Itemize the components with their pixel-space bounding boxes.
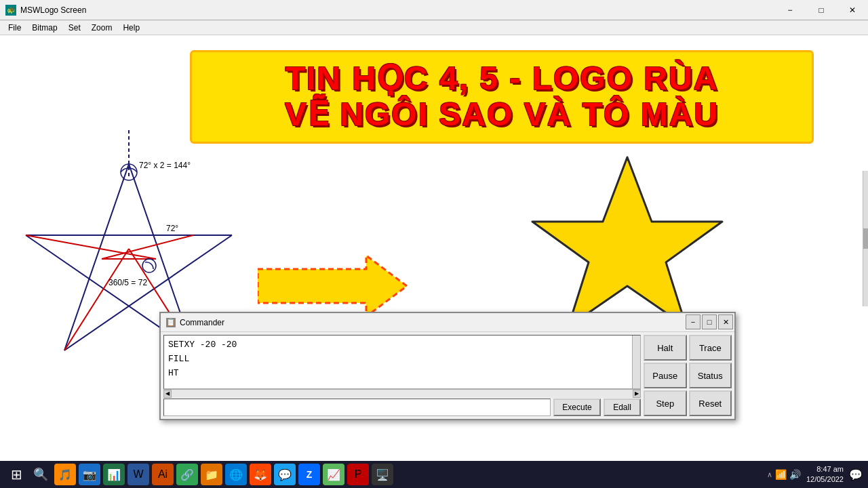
taskbar-app-2[interactable]: 📷 xyxy=(79,464,100,485)
search-button[interactable]: 🔍 xyxy=(30,464,52,485)
code-line-2: FILL xyxy=(168,352,636,367)
banner-line2: VẼ NGÔI SAO VÀ TÔ MÀU xyxy=(285,97,719,133)
app-icon: 🐢 xyxy=(5,5,16,16)
svg-marker-14 xyxy=(532,157,722,327)
menu-zoom[interactable]: Zoom xyxy=(86,22,118,34)
clock-date: 12/05/2022 xyxy=(806,474,844,485)
taskbar-app-6[interactable]: 🔗 xyxy=(176,464,198,485)
commander-body: SETXY -20 -20 FILL HT ◀ ▶ Execute Edall xyxy=(161,332,734,419)
commander-maximize-btn[interactable]: □ xyxy=(702,314,717,329)
window-controls: − □ ✕ xyxy=(774,0,868,20)
commander-close-btn[interactable]: ✕ xyxy=(718,314,733,329)
system-clock[interactable]: 8:47 am 12/05/2022 xyxy=(806,464,844,485)
network-icon[interactable]: 📶 xyxy=(775,469,787,480)
taskbar-app-8[interactable]: 🌐 xyxy=(225,464,247,485)
code-hscrollbar[interactable]: ◀ ▶ xyxy=(163,389,641,397)
svg-point-11 xyxy=(121,164,137,180)
menu-file[interactable]: File xyxy=(3,22,26,34)
taskbar-app-13[interactable]: P xyxy=(347,464,369,485)
commander-win-controls: − □ ✕ xyxy=(686,314,733,329)
pause-button[interactable]: Pause xyxy=(644,363,687,388)
taskbar-app-1[interactable]: 🎵 xyxy=(54,464,76,485)
commander-title: Commander xyxy=(180,318,224,327)
right-scrollbar-thumb[interactable] xyxy=(863,228,868,249)
notification-icon[interactable]: 💬 xyxy=(849,468,863,481)
scroll-track[interactable] xyxy=(172,390,633,398)
step-button[interactable]: Step xyxy=(644,390,687,416)
code-vscrollbar[interactable] xyxy=(632,336,640,388)
svg-point-12 xyxy=(142,259,156,272)
system-tray: ∧ 📶 🔊 8:47 am 12/05/2022 💬 xyxy=(767,464,863,485)
taskbar-app-4[interactable]: W xyxy=(127,464,149,485)
taskbar-app-3[interactable]: 📊 xyxy=(103,464,125,485)
taskbar: ⊞ 🔍 🎵 📷 📊 W Ai 🔗 📁 🌐 🦊 💬 Z 📈 P 🖥️ ∧ 📶 🔊 … xyxy=(0,461,868,488)
taskbar-app-11[interactable]: Z xyxy=(298,464,320,485)
menu-set[interactable]: Set xyxy=(63,22,86,34)
commander-input-row: Execute Edall xyxy=(163,399,641,416)
volume-icon[interactable]: 🔊 xyxy=(789,469,801,480)
taskbar-app-5[interactable]: Ai xyxy=(152,464,174,485)
taskbar-app-9[interactable]: 🦊 xyxy=(250,464,271,485)
taskbar-app-12[interactable]: 📈 xyxy=(323,464,344,485)
annotation-angle2: 72° xyxy=(166,224,178,233)
scroll-right-arrow[interactable]: ▶ xyxy=(633,390,641,398)
main-canvas: TIN HỌC 4, 5 - LOGO RÙA VẼ NGÔI SAO VÀ T… xyxy=(0,35,868,461)
clock-time: 8:47 am xyxy=(806,464,844,474)
halt-button[interactable]: Halt xyxy=(644,335,687,361)
commander-input-field[interactable] xyxy=(163,399,551,416)
svg-line-4 xyxy=(64,164,129,350)
commander-minimize-btn[interactable]: − xyxy=(686,314,701,329)
close-button[interactable]: ✕ xyxy=(837,0,868,20)
arrow xyxy=(258,252,414,320)
title-bar: 🐢 MSWLogo Screen − □ ✕ xyxy=(0,0,868,20)
commander-icon: 📋 xyxy=(166,318,176,327)
commander-titlebar: 📋 Commander − □ ✕ xyxy=(161,313,734,332)
start-button[interactable]: ⊞ xyxy=(5,464,27,485)
status-button[interactable]: Status xyxy=(689,363,732,388)
window-title: MSWLogo Screen xyxy=(20,5,86,15)
taskbar-app-7[interactable]: 📁 xyxy=(201,464,222,485)
code-line-3: HT xyxy=(168,367,636,381)
banner: TIN HỌC 4, 5 - LOGO RÙA VẼ NGÔI SAO VÀ T… xyxy=(190,50,814,144)
commander-buttons: Halt Trace Pause Status Step Reset xyxy=(644,335,732,416)
code-line-1: SETXY -20 -20 xyxy=(168,338,636,352)
commander-window: 📋 Commander − □ ✕ SETXY -20 -20 FILL HT xyxy=(159,312,736,420)
minimize-button[interactable]: − xyxy=(774,0,806,20)
taskbar-app-14[interactable]: 🖥️ xyxy=(372,464,393,485)
menu-help[interactable]: Help xyxy=(117,22,145,34)
svg-marker-13 xyxy=(258,256,407,317)
taskbar-app-10[interactable]: 💬 xyxy=(274,464,296,485)
maximize-button[interactable]: □ xyxy=(806,0,837,20)
arrow-svg xyxy=(258,252,414,320)
svg-line-8 xyxy=(26,235,156,259)
tray-icons[interactable]: ∧ xyxy=(767,470,772,479)
svg-line-7 xyxy=(102,235,193,259)
scroll-left-arrow[interactable]: ◀ xyxy=(163,390,172,398)
banner-line1: TIN HỌC 4, 5 - LOGO RÙA xyxy=(285,61,719,97)
annotation-angle1: 72° x 2 = 144° xyxy=(139,161,191,170)
commander-code-area[interactable]: SETXY -20 -20 FILL HT xyxy=(163,335,641,389)
right-scrollbar[interactable] xyxy=(863,171,868,306)
annotation-angle3: 360/5 = 72 xyxy=(108,278,147,287)
edall-button[interactable]: Edall xyxy=(604,399,641,416)
menu-bar: File Bitmap Set Zoom Help xyxy=(0,20,868,35)
menu-bitmap[interactable]: Bitmap xyxy=(26,22,62,34)
reset-button[interactable]: Reset xyxy=(689,390,732,416)
execute-button[interactable]: Execute xyxy=(553,399,601,416)
trace-button[interactable]: Trace xyxy=(689,335,732,361)
